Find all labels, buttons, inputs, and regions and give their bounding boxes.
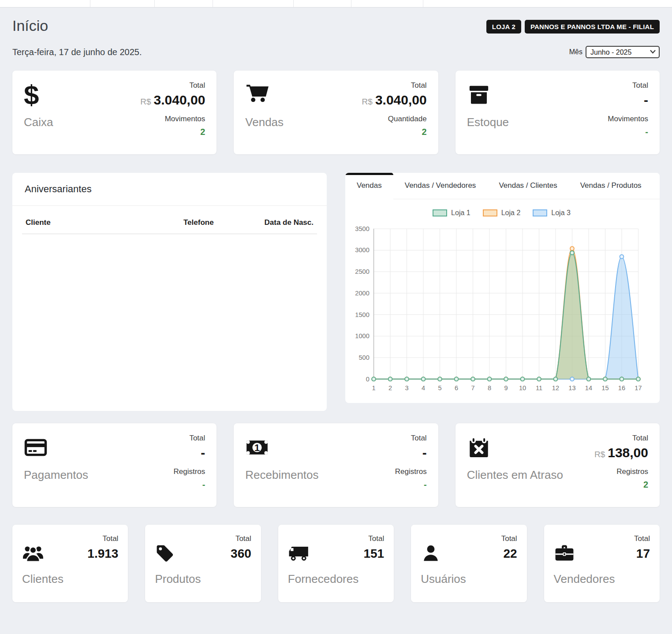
card-pagamentos: Pagamentos Total - Registros -: [12, 423, 217, 507]
legend-swatch: [433, 209, 447, 216]
legend-item-loja-2[interactable]: Loja 2: [483, 209, 521, 217]
store-badge[interactable]: LOJA 2: [486, 20, 521, 34]
sub-value: -: [395, 480, 427, 490]
sub-value: -: [608, 127, 648, 137]
birthdays-panel: Aniversariantes Cliente Telefone Data de…: [12, 173, 327, 411]
card-clientes: Clientes Total 1.913: [12, 525, 128, 602]
chart-legend: Loja 1Loja 2Loja 3: [350, 209, 653, 217]
card-caixa: $ Caixa Total R$3.040,00 Movimentos 2: [12, 71, 217, 154]
svg-text:3: 3: [405, 384, 408, 392]
svg-text:12: 12: [552, 384, 559, 392]
card-usuarios: Usuários Total 22: [411, 525, 526, 602]
calendar-x-icon: [467, 434, 563, 461]
user-icon: [421, 542, 466, 564]
total-label: Total: [362, 81, 427, 90]
svg-text:17: 17: [635, 384, 642, 392]
page-title: Início: [12, 17, 48, 34]
tab-vendas-produtos[interactable]: Vendas / Produtos: [569, 173, 653, 199]
tab-vendas-vendedores[interactable]: Vendas / Vendedores: [393, 173, 488, 199]
total-value: 151: [363, 547, 384, 561]
svg-text:1500: 1500: [355, 311, 369, 318]
legend-item-loja-3[interactable]: Loja 3: [533, 209, 571, 217]
svg-text:8: 8: [488, 384, 491, 392]
tab-vendas-clientes[interactable]: Vendas / Clientes: [487, 173, 568, 199]
total-value: -: [174, 445, 205, 460]
briefcase-icon: [554, 542, 615, 564]
card-label: Usuários: [421, 572, 466, 586]
sub-label: Movimentos: [608, 115, 648, 123]
svg-text:6: 6: [455, 384, 458, 392]
month-select[interactable]: Junho - 2025: [586, 46, 660, 58]
total-value: -: [395, 445, 427, 460]
tag-icon: [155, 542, 201, 564]
card-label: Recebimentos: [245, 468, 318, 482]
card-label: Pagamentos: [24, 468, 88, 482]
total-value: R$138,00: [594, 445, 648, 460]
svg-text:11: 11: [536, 384, 542, 392]
sub-label: Registros: [395, 467, 427, 476]
credit-card-icon: [24, 434, 88, 461]
top-nav-item[interactable]: [294, 0, 351, 7]
top-nav-item[interactable]: [351, 0, 423, 7]
legend-label: Loja 2: [501, 209, 521, 217]
svg-text:14: 14: [585, 384, 592, 392]
month-label: Mês: [569, 48, 582, 56]
svg-text:1000: 1000: [355, 332, 369, 339]
card-produtos: Produtos Total 360: [145, 525, 261, 602]
svg-text:3000: 3000: [355, 246, 369, 254]
current-date: Terça-feira, 17 de junho de 2025.: [12, 47, 142, 57]
top-nav-item[interactable]: [0, 0, 90, 7]
card-label: Vendedores: [554, 572, 615, 586]
svg-text:10: 10: [519, 384, 526, 392]
total-value: R$3.040,00: [140, 93, 205, 108]
svg-text:13: 13: [568, 384, 575, 392]
total-value: 22: [501, 547, 517, 561]
sub-label: Registros: [174, 467, 205, 476]
card-vendas: Vendas Total R$3.040,00 Quantidade 2: [234, 71, 438, 154]
card-label: Clientes: [22, 572, 63, 586]
sub-value: -: [174, 480, 205, 490]
top-nav-item[interactable]: [90, 0, 155, 7]
legend-swatch: [483, 209, 497, 216]
total-label: Total: [87, 534, 118, 543]
sub-label: Registros: [594, 467, 648, 476]
total-label: Total: [594, 434, 648, 443]
legend-label: Loja 3: [551, 209, 571, 217]
sub-value: 2: [362, 127, 427, 137]
legend-swatch: [533, 209, 547, 216]
svg-text:2000: 2000: [355, 290, 369, 297]
svg-text:5: 5: [438, 384, 441, 392]
total-label: Total: [174, 434, 205, 443]
svg-text:16: 16: [618, 384, 625, 392]
company-badge[interactable]: PANNOS E PANNOS LTDA ME - FILIAL: [525, 20, 660, 34]
svg-text:0: 0: [366, 376, 370, 383]
box-icon: [467, 81, 509, 108]
total-label: Total: [608, 81, 648, 90]
birthdays-table: Cliente Telefone Data de Nasc.: [12, 206, 327, 234]
legend-item-loja-1[interactable]: Loja 1: [433, 209, 470, 217]
top-nav: [0, 0, 672, 7]
top-nav-item[interactable]: [213, 0, 294, 7]
truck-icon: [288, 542, 358, 564]
sub-label: Quantidade: [362, 115, 427, 123]
column-header-cliente: Cliente: [26, 218, 183, 227]
card-label: Fornecedores: [288, 572, 358, 586]
users-icon: [22, 542, 63, 564]
birthdays-title: Aniversariantes: [12, 173, 327, 206]
card-label: Caixa: [24, 116, 53, 129]
card-label: Produtos: [155, 572, 201, 586]
total-value: 360: [231, 547, 251, 561]
tab-vendas[interactable]: Vendas: [345, 173, 393, 199]
banknote-icon: 1: [245, 434, 318, 461]
total-label: Total: [231, 534, 251, 543]
total-value: -: [608, 93, 648, 108]
column-header-data-nasc: Data de Nasc.: [256, 218, 314, 227]
card-clientes-em-atraso: Clientes em Atraso Total R$138,00 Regist…: [455, 423, 660, 507]
top-nav-item[interactable]: [155, 0, 213, 7]
total-label: Total: [140, 81, 205, 90]
card-fornecedores: Fornecedores Total 151: [278, 525, 394, 602]
svg-text:4: 4: [422, 384, 425, 392]
svg-text:2: 2: [388, 384, 392, 392]
svg-text:2500: 2500: [355, 268, 369, 275]
total-value: 17: [634, 547, 650, 561]
